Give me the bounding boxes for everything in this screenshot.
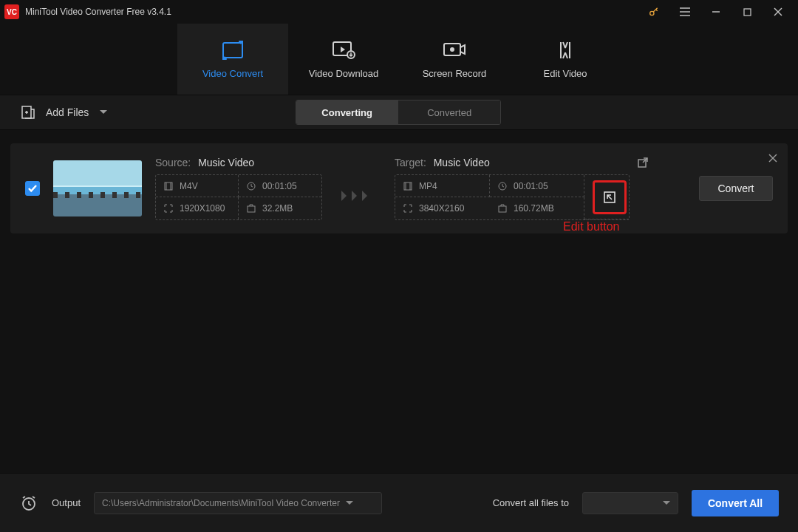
- target-filename: Music Video: [434, 157, 490, 168]
- chevron-down-icon: [99, 109, 108, 116]
- app-title: MiniTool Video Converter Free v3.4.1: [25, 7, 171, 17]
- content-area: Source: Music Video M4V 00:01:05 1920X10…: [0, 130, 798, 473]
- source-format: M4V: [156, 175, 239, 197]
- target-duration: 00:01:05: [490, 175, 584, 197]
- convert-icon: [220, 40, 245, 61]
- source-resolution: 1920X1080: [156, 197, 239, 219]
- titlebar: VC MiniTool Video Converter Free v3.4.1: [0, 0, 798, 24]
- video-thumbnail[interactable]: [53, 160, 142, 216]
- convert-all-to-label: Convert all files to: [493, 497, 569, 508]
- tab-video-convert[interactable]: Video Convert: [177, 24, 288, 95]
- item-checkbox[interactable]: [25, 181, 40, 196]
- edit-target-button[interactable]: [584, 175, 629, 219]
- tab-label: Video Convert: [202, 68, 263, 79]
- chevron-down-icon: [346, 500, 353, 506]
- size-icon: [246, 203, 256, 214]
- edit-highlight-box: [593, 180, 627, 214]
- tab-screen-record[interactable]: Screen Record: [399, 24, 510, 95]
- menu-button[interactable]: [669, 0, 700, 24]
- output-path-text: C:\Users\Administrator\Documents\MiniToo…: [102, 498, 340, 508]
- tab-video-download[interactable]: Video Download: [288, 24, 399, 95]
- source-filename: Music Video: [198, 157, 254, 168]
- close-button[interactable]: [763, 0, 794, 24]
- close-icon: [774, 7, 782, 16]
- check-icon: [27, 183, 38, 194]
- add-files-button[interactable]: Add Files: [21, 105, 108, 120]
- format-icon: [163, 181, 174, 191]
- edit-arrow-icon: [603, 191, 616, 204]
- target-title: Target: Music Video: [395, 157, 490, 168]
- open-external-icon: [638, 157, 648, 168]
- clock-icon: [246, 181, 256, 191]
- seg-converted[interactable]: Converted: [398, 100, 500, 124]
- svg-rect-18: [248, 206, 255, 212]
- minimize-icon: [712, 7, 720, 16]
- maximize-icon: [743, 8, 751, 16]
- download-icon: [331, 40, 356, 61]
- tab-label: Video Download: [309, 68, 378, 79]
- app-logo-icon: VC: [4, 4, 19, 19]
- target-format-dropdown[interactable]: [582, 492, 678, 514]
- convert-button[interactable]: Convert: [699, 176, 773, 201]
- open-target-settings-button[interactable]: [638, 157, 648, 168]
- minimize-button[interactable]: [700, 0, 732, 24]
- source-spec-box: M4V 00:01:05 1920X1080 32.2MB: [155, 174, 322, 220]
- edit-annotation-label: Edit button: [563, 220, 620, 233]
- edit-video-icon: [554, 40, 576, 61]
- target-block: Target: Music Video MP4 00:01:05: [395, 157, 648, 220]
- alarm-clock-icon: [20, 494, 38, 512]
- tab-edit-video[interactable]: Edit Video: [510, 24, 621, 95]
- conversion-status-segmented: Converting Converted: [296, 100, 501, 125]
- target-spec-box: MP4 00:01:05 3840X2160 160.72MB: [395, 174, 630, 220]
- arrow-icon: [340, 174, 377, 202]
- clock-icon: [497, 181, 508, 191]
- target-resolution: 3840X2160: [395, 197, 490, 219]
- convert-all-button[interactable]: Convert All: [692, 490, 779, 516]
- key-icon: [648, 6, 660, 18]
- add-file-icon: [21, 105, 35, 120]
- add-files-label: Add Files: [46, 106, 89, 118]
- seg-converting[interactable]: Converting: [296, 100, 398, 124]
- svg-rect-8: [223, 43, 242, 58]
- output-label: Output: [52, 497, 81, 508]
- source-duration: 00:01:05: [239, 175, 321, 197]
- resolution-icon: [163, 203, 174, 214]
- output-path-dropdown[interactable]: C:\Users\Administrator\Documents\MiniToo…: [94, 492, 382, 514]
- footer: Output C:\Users\Administrator\Documents\…: [0, 473, 798, 532]
- tab-label: Screen Record: [423, 68, 487, 79]
- target-format: MP4: [395, 175, 490, 197]
- file-item: Source: Music Video M4V 00:01:05 1920X10…: [10, 143, 788, 233]
- schedule-button[interactable]: [19, 494, 38, 513]
- hamburger-icon: [679, 7, 691, 17]
- tab-label: Edit Video: [543, 68, 587, 79]
- target-size: 160.72MB: [490, 197, 584, 219]
- source-size: 32.2MB: [239, 197, 321, 219]
- source-block: Source: Music Video M4V 00:01:05 1920X10…: [155, 157, 322, 220]
- resolution-icon: [403, 203, 413, 214]
- svg-point-12: [450, 47, 454, 52]
- maximize-button[interactable]: [732, 0, 763, 24]
- toolbar: Add Files Converting Converted: [0, 95, 798, 130]
- chevron-down-icon: [663, 500, 670, 506]
- svg-rect-5: [744, 9, 751, 16]
- main-nav: Video Convert Video Download Screen Reco…: [0, 24, 798, 95]
- remove-item-button[interactable]: [768, 154, 777, 163]
- svg-rect-25: [499, 206, 506, 212]
- record-icon: [442, 40, 467, 61]
- upgrade-key-button[interactable]: [638, 0, 669, 24]
- size-icon: [497, 203, 508, 214]
- source-title: Source: Music Video: [155, 157, 322, 168]
- format-icon: [403, 181, 413, 191]
- close-icon: [768, 154, 777, 163]
